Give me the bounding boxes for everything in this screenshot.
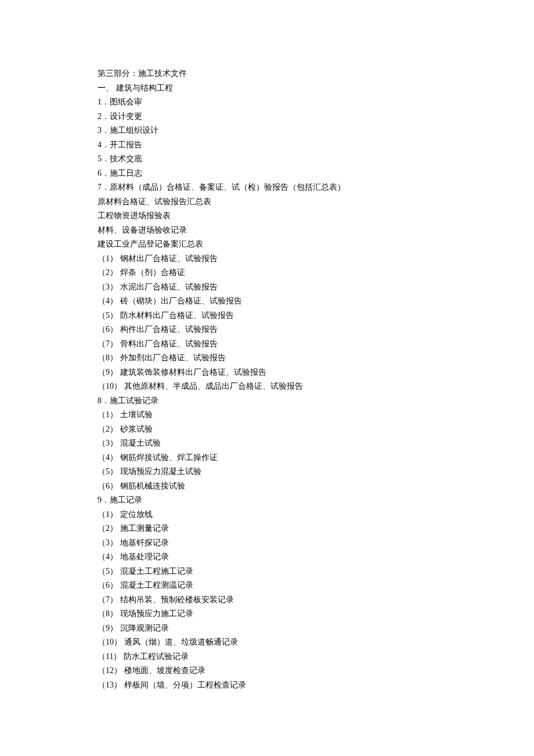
list-item: 9．施工记录 [98, 493, 534, 508]
sub-list-item: （6） 构件出厂合格证、试验报告 [98, 323, 534, 337]
sub-list-item: （9） 建筑装饰装修材料出厂合格证、试验报告 [98, 366, 534, 380]
sub-list-item: （6） 钢筋机械连接试验 [98, 479, 534, 494]
sub-text: 工程物资进场报验表 [98, 209, 534, 223]
document-title: 第三部分：施工技术文件 [98, 67, 534, 81]
sub-list-item: （1） 定位放线 [98, 508, 534, 522]
list-item: 2．设计变更 [98, 110, 534, 124]
sub-text: 材料、设备进场验收记录 [98, 223, 534, 238]
list-item: 7．原材料（成品）合格证、备案证、试（检）验报告（包括汇总表） [98, 180, 534, 195]
list-item: 4．开工报告 [98, 138, 534, 153]
sub-list-item: （6） 混凝土工程测温记录 [98, 578, 534, 593]
list-item: 6．施工日志 [98, 167, 534, 181]
sub-list-item: （5） 混凝土工程施工记录 [98, 565, 534, 579]
section-heading: 一、 建筑与结构工程 [98, 81, 534, 96]
sub-list-item: （2） 焊条（剂）合格证 [98, 266, 534, 280]
sub-list-item: （5） 现场预应力混凝土试验 [98, 465, 534, 479]
list-item: 5．技术交底 [98, 152, 534, 167]
sub-list-item: （3） 混凝土试验 [98, 436, 534, 451]
sub-list-item: （1） 钢材出厂合格证、试验报告 [98, 252, 534, 266]
sub-list-item: （1） 土壤试验 [98, 408, 534, 422]
sub-text: 原材料合格证、试验报告汇总表 [98, 195, 534, 209]
sub-list-item: （4） 砖（砌块）出厂合格证、试验报告 [98, 294, 534, 309]
sub-list-item: （3） 水泥出厂合格证、试验报告 [98, 280, 534, 295]
sub-list-item: （2） 施工测量记录 [98, 522, 534, 536]
sub-list-item: （4） 地基处理记录 [98, 550, 534, 565]
sub-list-item: （2） 砂浆试验 [98, 422, 534, 437]
sub-list-item: （9） 沉降观测记录 [98, 621, 534, 636]
sub-list-item: （10） 通风（烟）道、垃圾道畅通记录 [98, 635, 534, 650]
sub-list-item: （4） 钢筋焊接试验、焊工操作证 [98, 451, 534, 465]
sub-list-item: （11） 防水工程试验记录 [98, 650, 534, 664]
sub-list-item: （7） 骨料出厂合格证、试验报告 [98, 337, 534, 352]
sub-list-item: （10） 其他原材料、半成品、成品出厂合格证、试验报告 [98, 379, 534, 394]
sub-list-item: （5） 防水材料出厂合格证、试验报告 [98, 309, 534, 323]
list-item: 8．施工试验记录 [98, 394, 534, 408]
sub-list-item: （13） 样板间（墙、分项）工程检查记录 [98, 678, 534, 693]
sub-list-item: （12） 楼地面、坡度检查记录 [98, 664, 534, 678]
sub-text: 建设工业产品登记备案汇总表 [98, 237, 534, 252]
sub-list-item: （3） 地基钎探记录 [98, 536, 534, 551]
sub-list-item: （8） 现场预应力施工记录 [98, 607, 534, 621]
sub-list-item: （8） 外加剂出厂合格证、试验报告 [98, 351, 534, 366]
sub-list-item: （7） 结构吊装、预制砼楼板安装记录 [98, 593, 534, 607]
list-item: 1．图纸会审 [98, 95, 534, 110]
list-item: 3．施工组织设计 [98, 124, 534, 138]
